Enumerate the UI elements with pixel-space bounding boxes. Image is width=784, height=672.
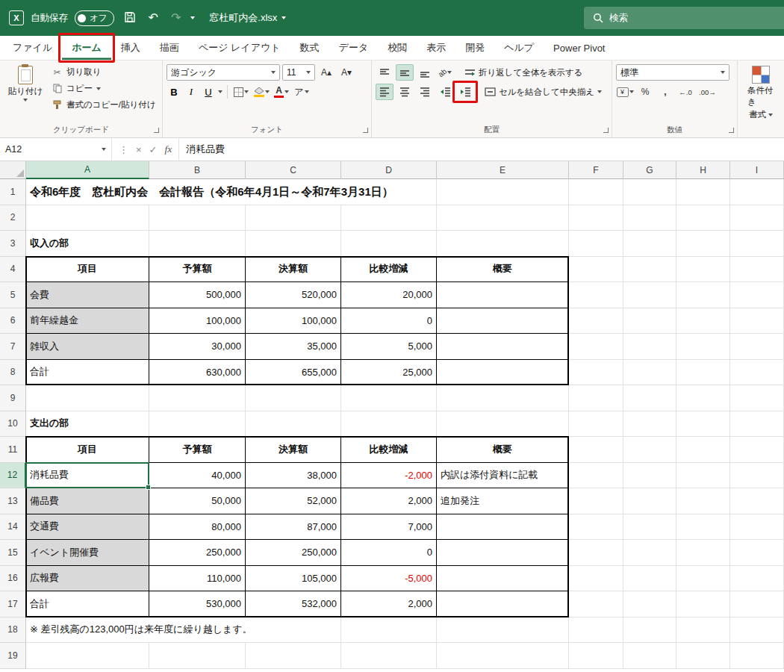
cell-D15[interactable]: 0 <box>341 540 437 566</box>
cell-C9[interactable] <box>246 385 341 411</box>
cell-F6[interactable] <box>569 308 623 335</box>
cell-A7[interactable]: 雑収入 <box>26 334 149 360</box>
row-header-3[interactable]: 3 <box>0 231 26 257</box>
cell-F4[interactable] <box>569 257 623 283</box>
cell-F17[interactable] <box>569 591 623 617</box>
ribbon-tab-8[interactable]: 表示 <box>417 36 455 60</box>
row-header-7[interactable]: 7 <box>0 334 26 360</box>
cell-I19[interactable] <box>730 643 784 669</box>
cell-D5[interactable]: 20,000 <box>341 282 437 308</box>
cell-G14[interactable] <box>623 514 676 541</box>
col-header-F[interactable]: F <box>569 161 623 179</box>
cell-F5[interactable] <box>569 282 623 308</box>
cell-F18[interactable] <box>569 617 623 644</box>
cell-C11[interactable]: 決算額 <box>246 437 341 463</box>
col-header-H[interactable]: H <box>676 161 730 179</box>
cell-E16[interactable] <box>437 566 569 592</box>
cell-E7[interactable] <box>437 334 569 360</box>
align-left-button[interactable] <box>376 84 393 100</box>
cell-A5[interactable]: 会費 <box>26 282 149 308</box>
cell-I5[interactable] <box>730 282 784 308</box>
cell-B11[interactable]: 予算額 <box>149 437 246 463</box>
cell-F13[interactable] <box>569 488 623 514</box>
cell-F19[interactable] <box>569 643 623 669</box>
row-header-9[interactable]: 9 <box>0 385 26 411</box>
cell-G4[interactable] <box>623 257 676 283</box>
row-header-5[interactable]: 5 <box>0 282 26 308</box>
confirm-entry-icon[interactable]: ✓ <box>149 144 158 155</box>
cell-H9[interactable] <box>676 385 730 411</box>
cell-F16[interactable] <box>569 566 623 592</box>
cell-C5[interactable]: 520,000 <box>246 282 341 308</box>
alignment-dialog-launcher-icon[interactable] <box>603 128 609 133</box>
font-name-combo[interactable]: 游ゴシック <box>167 64 280 81</box>
cell-G7[interactable] <box>623 334 676 360</box>
cell-I7[interactable] <box>730 334 784 360</box>
number-dialog-launcher-icon[interactable] <box>729 128 734 133</box>
ribbon-tab-3[interactable]: 描画 <box>150 36 189 60</box>
cell-I12[interactable] <box>730 463 784 489</box>
cell-G11[interactable] <box>623 437 676 463</box>
ribbon-tab-5[interactable]: 数式 <box>290 36 329 60</box>
cell-A19[interactable] <box>26 643 149 669</box>
cell-B5[interactable]: 500,000 <box>149 282 246 308</box>
align-center-button[interactable] <box>396 84 414 100</box>
decrease-decimal-button[interactable]: .00→ <box>697 84 718 100</box>
cell-B17[interactable]: 530,000 <box>149 591 246 617</box>
cell-D11[interactable]: 比較増減 <box>341 437 437 463</box>
font-dialog-launcher-icon[interactable] <box>363 128 368 133</box>
cell-H5[interactable] <box>676 282 730 308</box>
ribbon-tab-1[interactable]: ホーム <box>62 36 111 60</box>
cell-C15[interactable]: 250,000 <box>246 540 341 566</box>
cell-B12[interactable]: 40,000 <box>149 463 246 489</box>
cell-A13[interactable]: 備品費 <box>26 488 149 514</box>
align-middle-button[interactable] <box>396 64 414 81</box>
cell-E10[interactable] <box>437 411 569 438</box>
cell-E13[interactable]: 追加発注 <box>437 488 569 514</box>
row-header-18[interactable]: 18 <box>0 617 26 644</box>
cell-F3[interactable] <box>569 231 623 257</box>
autosave-toggle[interactable]: オフ <box>75 10 114 26</box>
formula-bar-grip-icon[interactable]: ⋮ <box>119 144 128 155</box>
cell-F8[interactable] <box>569 360 623 386</box>
cell-E12[interactable]: 内訳は添付資料に記載 <box>437 463 569 489</box>
increase-indent-button[interactable] <box>456 84 474 100</box>
cell-G6[interactable] <box>623 308 676 335</box>
quick-access-chevron-icon[interactable] <box>190 16 195 19</box>
cell-H3[interactable] <box>676 231 730 257</box>
cell-D2[interactable] <box>341 205 437 231</box>
cell-I9[interactable] <box>730 385 784 411</box>
align-bottom-button[interactable] <box>416 64 434 81</box>
cell-H16[interactable] <box>676 566 730 592</box>
cell-I6[interactable] <box>730 308 784 335</box>
increase-decimal-button[interactable]: ←.0 <box>676 84 694 100</box>
cell-I8[interactable] <box>730 360 784 386</box>
cell-E9[interactable] <box>437 385 569 411</box>
cell-A11[interactable]: 項目 <box>26 437 149 463</box>
cell-C7[interactable]: 35,000 <box>246 334 341 360</box>
cell-C4[interactable]: 決算額 <box>246 257 341 283</box>
decrease-indent-button[interactable] <box>436 84 454 100</box>
cell-G13[interactable] <box>623 488 676 514</box>
cell-C13[interactable]: 52,000 <box>246 488 341 514</box>
cell-H15[interactable] <box>676 540 730 566</box>
cell-H14[interactable] <box>676 514 730 541</box>
document-title[interactable]: 窓杜町内会.xlsx <box>209 11 286 25</box>
cell-H13[interactable] <box>676 488 730 514</box>
cell-D4[interactable]: 比較増減 <box>341 257 437 283</box>
ribbon-tab-0[interactable]: ファイル <box>3 36 62 60</box>
cell-I13[interactable] <box>730 488 784 514</box>
col-header-D[interactable]: D <box>341 161 437 179</box>
cell-B15[interactable]: 250,000 <box>149 540 246 566</box>
cell-I16[interactable] <box>730 566 784 592</box>
cell-B8[interactable]: 630,000 <box>149 360 246 386</box>
number-format-combo[interactable]: 標準 <box>616 64 729 81</box>
cell-C3[interactable] <box>246 231 341 257</box>
row-header-8[interactable]: 8 <box>0 360 26 386</box>
cell-I15[interactable] <box>730 540 784 566</box>
cell-I4[interactable] <box>730 257 784 283</box>
cell-D3[interactable] <box>341 231 437 257</box>
cell-I10[interactable] <box>730 411 784 438</box>
row-header-10[interactable]: 10 <box>0 411 26 438</box>
cell-E3[interactable] <box>437 231 569 257</box>
